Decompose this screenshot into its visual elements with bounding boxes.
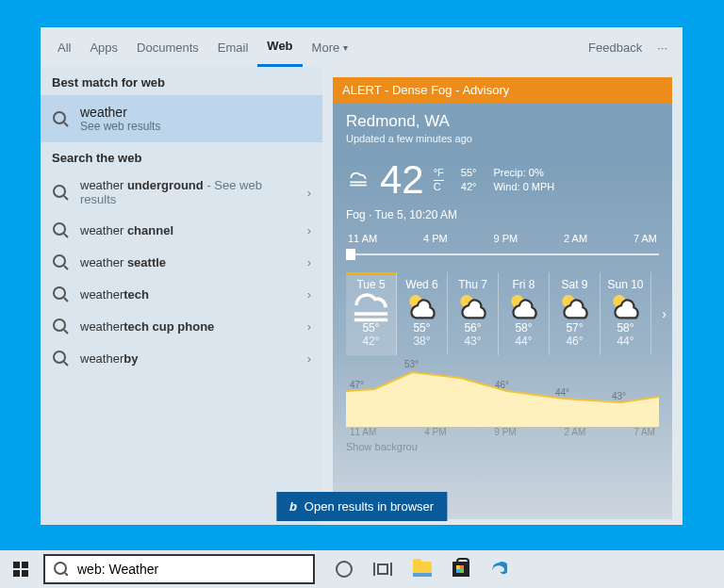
weather-card: Redmond, WA Updated a few minutes ago 42… (333, 103, 672, 519)
partly-cloudy-icon (601, 295, 650, 316)
chevron-down-icon: ▾ (343, 42, 348, 53)
hour-label: 4 PM (423, 233, 448, 244)
tab-more-label: More (312, 41, 340, 55)
daily-forecast: Tue 555°42° Wed 655°38° Thu 756°43° Fri … (346, 272, 659, 355)
chart-point-label: 47° (350, 380, 364, 390)
hour-label: 9 PM (494, 233, 518, 244)
suggestion-row[interactable]: weathertech › (41, 278, 322, 310)
suggestion-row[interactable]: weathertech cup phone › (41, 310, 322, 342)
partly-cloudy-icon (550, 295, 600, 316)
suggestion-row[interactable]: weatherby › (41, 342, 322, 374)
forecast-day[interactable]: Sat 957°46° (550, 272, 601, 355)
file-explorer-button[interactable] (413, 562, 432, 577)
taskbar (0, 550, 724, 588)
search-flyout: All Apps Documents Email Web More▾ Feedb… (41, 27, 683, 525)
hour-label: 11 AM (348, 233, 377, 244)
tab-all[interactable]: All (48, 27, 80, 67)
feedback-link[interactable]: Feedback (581, 27, 650, 67)
hour-label: 11 AM (350, 427, 376, 437)
search-icon (52, 286, 69, 302)
chevron-right-icon: › (307, 319, 311, 334)
suggestion-text: weatherby (80, 351, 296, 366)
chevron-right-icon: › (307, 223, 311, 237)
hourly-chart: 47° 53° 46° 44° 43° (346, 359, 659, 427)
show-background-link[interactable]: Show backgrou (346, 441, 659, 452)
today-details: Precip: 0%Wind: 0 MPH (493, 166, 554, 194)
hour-label: 2 AM (565, 427, 586, 437)
chart-point-label: 46° (495, 380, 509, 390)
search-icon (52, 253, 69, 270)
hour-label: 9 PM (494, 427, 516, 437)
results-list: Best match for web weather See web resul… (41, 67, 322, 525)
suggestion-row[interactable]: weather channel › (41, 214, 322, 246)
current-temp: 42 (380, 157, 424, 203)
chart-point-label: 43° (612, 391, 626, 401)
suggestion-text: weathertech (80, 287, 296, 302)
tab-more[interactable]: More▾ (303, 27, 358, 67)
search-input[interactable] (77, 562, 305, 577)
forecast-day[interactable]: Tue 555°42° (346, 272, 397, 355)
tab-apps[interactable]: Apps (80, 27, 127, 67)
chevron-right-icon: › (307, 351, 311, 366)
best-match-item[interactable]: weather See web results (41, 95, 322, 142)
chevron-right-icon[interactable]: › (662, 306, 666, 321)
chevron-right-icon: › (307, 186, 311, 200)
search-icon (52, 110, 69, 127)
scope-tabs: All Apps Documents Email Web More▾ Feedb… (41, 27, 683, 67)
microsoft-store-button[interactable] (452, 562, 469, 577)
forecast-day[interactable]: Wed 655°38° (397, 272, 448, 355)
conditions-line: Fog · Tue 5, 10:20 AM (346, 208, 659, 221)
chevron-right-icon: › (307, 255, 311, 270)
tab-web[interactable]: Web (257, 27, 302, 67)
hour-label: 2 AM (564, 233, 587, 244)
forecast-day[interactable]: Sun 1058°44° (601, 272, 651, 355)
suggestion-text: weather underground - See web results (80, 178, 296, 206)
chevron-right-icon: › (307, 287, 311, 302)
search-icon (52, 221, 69, 238)
weather-alert-banner[interactable]: ALERT - Dense Fog - Advisory (333, 77, 672, 103)
windows-icon (13, 562, 28, 577)
suggestion-text: weathertech cup phone (80, 319, 296, 334)
chart-point-label: 53° (404, 359, 419, 369)
suggestion-row[interactable]: weather seattle › (41, 246, 322, 278)
open-in-browser-button[interactable]: b Open results in browser (276, 492, 447, 521)
best-match-subtitle: See web results (80, 120, 160, 133)
open-in-browser-label: Open results in browser (304, 499, 434, 514)
best-match-heading: Best match for web (41, 67, 322, 95)
tab-email[interactable]: Email (208, 27, 258, 67)
partly-cloudy-icon (448, 295, 498, 316)
hour-axis: 11 AM 4 PM 9 PM 2 AM 7 AM (346, 233, 659, 244)
edge-button[interactable] (490, 561, 507, 578)
search-web-heading: Search the web (41, 142, 322, 171)
updated-label: Updated a few minutes ago (346, 133, 659, 144)
location-name: Redmond, WA (346, 112, 659, 131)
hour-label: 7 AM (634, 233, 657, 244)
search-icon (52, 350, 69, 367)
preview-pane: ALERT - Dense Fog - Advisory Redmond, WA… (322, 67, 683, 525)
search-icon (52, 318, 69, 335)
hour-slider[interactable] (346, 246, 659, 263)
unit-toggle[interactable]: °FC (434, 167, 444, 193)
best-match-title: weather (80, 105, 160, 120)
chart-point-label: 44° (555, 387, 569, 398)
fog-icon (346, 168, 370, 192)
today-hilo: 55°42° (461, 166, 477, 194)
hour-label: 7 AM (634, 427, 655, 437)
overflow-menu-button[interactable]: ··· (650, 27, 675, 67)
hour-label: 4 PM (424, 427, 446, 437)
bing-icon: b (289, 499, 297, 514)
taskbar-search-box[interactable] (43, 554, 315, 584)
search-icon (52, 184, 69, 201)
cortana-button[interactable] (336, 561, 353, 578)
suggestion-text: weather seattle (80, 255, 296, 270)
start-button[interactable] (0, 562, 41, 577)
forecast-day[interactable]: Fri 858°44° (499, 272, 550, 355)
task-view-button[interactable] (373, 562, 392, 577)
suggestion-text: weather channel (80, 223, 296, 237)
partly-cloudy-icon (499, 295, 549, 316)
tab-documents[interactable]: Documents (127, 27, 208, 67)
suggestion-row[interactable]: weather underground - See web results › (41, 171, 322, 214)
forecast-day[interactable]: Thu 756°43° (448, 272, 499, 355)
fog-icon (346, 295, 396, 316)
search-icon (53, 561, 70, 578)
